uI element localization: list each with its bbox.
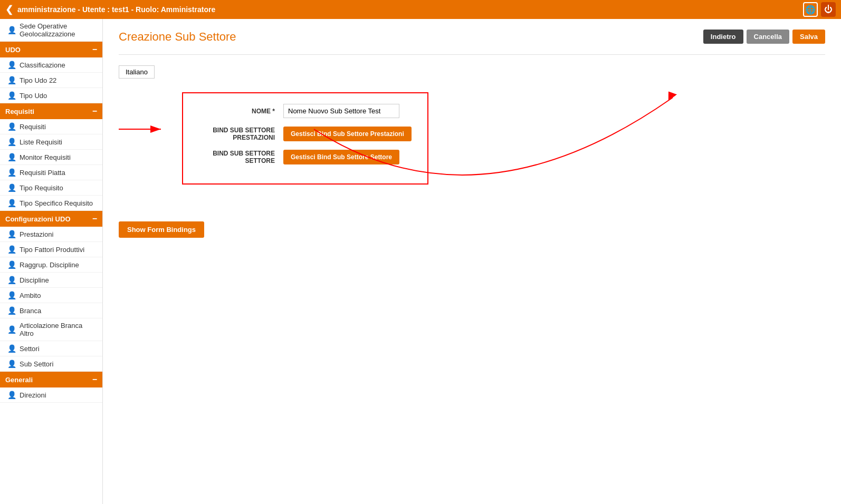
sidebar-section-generali[interactable]: Generali − [0, 372, 102, 387]
udo-section-label: UDO [5, 46, 21, 54]
person-icon: 👤 [7, 122, 16, 131]
nome-row: NOME * [199, 104, 412, 118]
sidebar-item-label: Tipo Requisito [20, 184, 63, 192]
person-icon: 👤 [7, 325, 16, 334]
sidebar-item-label: Liste Requisiti [20, 138, 62, 146]
sidebar-item-label: Tipo Fattori Produttivi [20, 246, 84, 254]
sidebar-item-sede-operative[interactable]: 👤 Sede Operative Geolocalizzazione [0, 19, 102, 42]
person-icon: 👤 [7, 138, 16, 146]
person-icon: 👤 [7, 344, 16, 353]
sidebar-item-label: Branca [20, 307, 41, 315]
show-form-bindings-section: Show Form Bindings [119, 206, 825, 238]
person-icon: 👤 [7, 306, 16, 315]
person-icon: 👤 [7, 360, 16, 368]
sidebar-item-raggrup-discipline[interactable]: 👤 Raggrup. Discipline [0, 257, 102, 273]
power-button[interactable]: ⏻ [821, 2, 836, 17]
sidebar-item-label: Tipo Udo 22 [20, 76, 56, 84]
sidebar-item-label: Classificazione [20, 61, 65, 69]
configurazioni-section-label: Configurazioni UDO [5, 215, 71, 223]
person-icon: 👤 [7, 199, 16, 207]
bind-prestazioni-row: BIND SUB SETTORE PRESTAZIONI Gestisci Bi… [199, 127, 412, 141]
sidebar-item-tipo-udo-22[interactable]: 👤 Tipo Udo 22 [0, 73, 102, 88]
sidebar-item-label: Sede Operative Geolocalizzazione [20, 22, 97, 38]
topbar-left: ❮ amministrazione - Utente : test1 - Ruo… [5, 4, 215, 15]
globe-button[interactable]: 🌐 [803, 2, 818, 17]
person-icon: 👤 [7, 391, 16, 399]
requisiti-section-label: Requisiti [5, 108, 34, 115]
sidebar-item-label: Discipline [20, 276, 49, 284]
sidebar-item-tipo-requisito[interactable]: 👤 Tipo Requisito [0, 180, 102, 196]
sidebar-item-requisiti[interactable]: 👤 Requisiti [0, 119, 102, 134]
person-icon: 👤 [7, 230, 16, 238]
person-icon: 👤 [7, 276, 16, 284]
sidebar-item-label: Tipo Udo [20, 92, 47, 100]
person-icon: 👤 [7, 153, 16, 161]
gestisci-bind-settore-button[interactable]: Gestisci Bind Sub Settore Settore [283, 150, 399, 164]
show-form-bindings-button[interactable]: Show Form Bindings [119, 221, 204, 238]
nome-label: NOME * [199, 108, 283, 115]
sidebar: 👤 Sede Operative Geolocalizzazione UDO −… [0, 19, 103, 504]
sidebar-item-articolazione-branca[interactable]: 👤 Articolazione Branca Altro [0, 318, 102, 341]
nome-input[interactable] [283, 104, 399, 118]
sidebar-item-label: Requisiti Piatta [20, 169, 65, 177]
form-box: NOME * BIND SUB SETTORE PRESTAZIONI Gest… [182, 92, 428, 185]
gestisci-bind-prestazioni-button[interactable]: Gestisci Bind Sub Settore Prestazioni [283, 127, 412, 141]
main-layout: 👤 Sede Operative Geolocalizzazione UDO −… [0, 19, 841, 504]
sidebar-item-direzioni[interactable]: 👤 Direzioni [0, 387, 102, 403]
content-divider [119, 54, 825, 55]
sidebar-item-label: Settori [20, 345, 40, 353]
sidebar-item-sub-settori[interactable]: 👤 Sub Settori [0, 356, 102, 372]
person-icon: 👤 [7, 61, 16, 69]
bind-settore-label: BIND SUB SETTORE SETTORE [199, 150, 283, 164]
sidebar-item-ambito[interactable]: 👤 Ambito [0, 288, 102, 303]
sidebar-section-udo[interactable]: UDO − [0, 42, 102, 57]
sidebar-item-settori[interactable]: 👤 Settori [0, 341, 102, 356]
person-icon: 👤 [7, 168, 16, 177]
salva-button[interactable]: Salva [792, 30, 825, 44]
sidebar-item-tipo-udo[interactable]: 👤 Tipo Udo [0, 88, 102, 103]
sidebar-item-label: Tipo Specifico Requisito [20, 199, 93, 207]
sidebar-item-tipo-specifico-requisito[interactable]: 👤 Tipo Specifico Requisito [0, 196, 102, 211]
generali-section-label: Generali [5, 376, 33, 384]
topbar: ❮ amministrazione - Utente : test1 - Ruo… [0, 0, 841, 19]
sidebar-item-label: Requisiti [20, 123, 46, 131]
sidebar-item-branca[interactable]: 👤 Branca [0, 303, 102, 318]
person-icon: 👤 [7, 291, 16, 299]
back-arrow-icon: ❮ [5, 4, 13, 15]
bind-prestazioni-label: BIND SUB SETTORE PRESTAZIONI [199, 127, 283, 141]
sidebar-item-classificazione[interactable]: 👤 Classificazione [0, 57, 102, 73]
sidebar-item-prestazioni[interactable]: 👤 Prestazioni [0, 227, 102, 242]
configurazioni-collapse-icon: − [92, 214, 97, 224]
person-icon: 👤 [7, 245, 16, 254]
sidebar-item-label: Ambito [20, 292, 41, 299]
sidebar-item-monitor-requisiti[interactable]: 👤 Monitor Requisiti [0, 150, 102, 165]
page-title: Creazione Sub Settore [119, 30, 236, 44]
topbar-title: amministrazione - Utente : test1 - Ruolo… [17, 5, 215, 14]
content-header: Creazione Sub Settore Indietro Cancella … [119, 30, 825, 44]
bind-settore-row: BIND SUB SETTORE SETTORE Gestisci Bind S… [199, 150, 412, 164]
sidebar-item-requisiti-piatta[interactable]: 👤 Requisiti Piatta [0, 165, 102, 180]
sidebar-item-label: Direzioni [20, 391, 46, 399]
person-icon: 👤 [7, 183, 16, 192]
sidebar-item-label: Prestazioni [20, 230, 53, 238]
udo-collapse-icon: − [92, 45, 97, 54]
form-section: NOME * BIND SUB SETTORE PRESTAZIONI Gest… [150, 92, 825, 185]
indietro-button[interactable]: Indietro [703, 30, 743, 44]
content-area: Creazione Sub Settore Indietro Cancella … [103, 19, 841, 504]
sidebar-item-label: Sub Settori [20, 360, 53, 368]
header-buttons: Indietro Cancella Salva [703, 30, 825, 44]
sidebar-item-label: Monitor Requisiti [20, 153, 71, 161]
sidebar-item-label: Raggrup. Discipline [20, 261, 79, 269]
sidebar-item-discipline[interactable]: 👤 Discipline [0, 273, 102, 288]
sidebar-section-requisiti[interactable]: Requisiti − [0, 103, 102, 119]
sidebar-item-tipo-fattori-produttivi[interactable]: 👤 Tipo Fattori Produttivi [0, 242, 102, 257]
generali-collapse-icon: − [92, 375, 97, 384]
language-tab[interactable]: Italiano [119, 65, 155, 79]
sidebar-section-configurazioni-udo[interactable]: Configurazioni UDO − [0, 211, 102, 227]
person-icon: 👤 [7, 26, 16, 34]
person-icon: 👤 [7, 91, 16, 100]
cancella-button[interactable]: Cancella [747, 30, 789, 44]
sidebar-item-label: Articolazione Branca Altro [20, 322, 97, 337]
person-icon: 👤 [7, 76, 16, 84]
sidebar-item-liste-requisiti[interactable]: 👤 Liste Requisiti [0, 134, 102, 150]
